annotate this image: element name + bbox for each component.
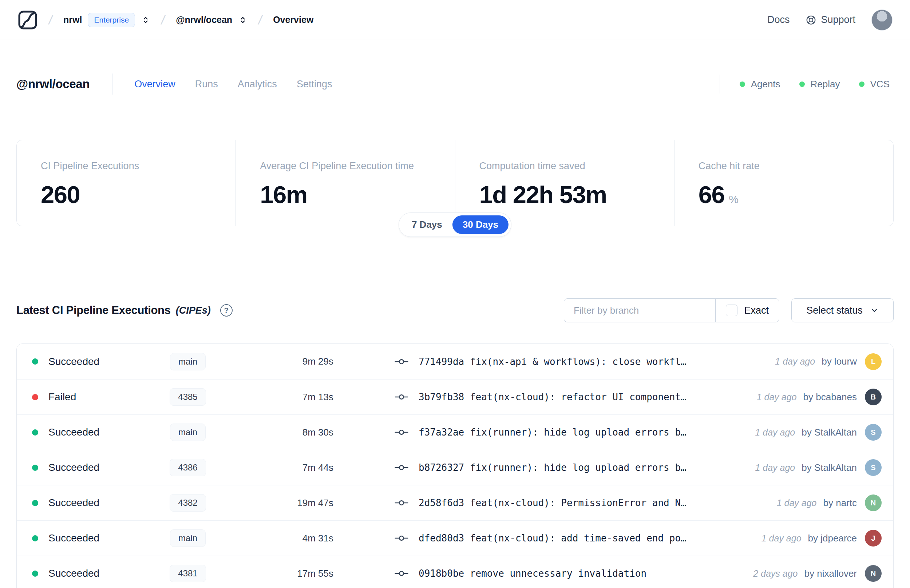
section-title: Latest CI Pipeline Executions <box>16 304 171 317</box>
stats-section: CI Pipeline Executions 260 Average CI Pi… <box>16 140 894 226</box>
nx-cloud-logo-icon[interactable] <box>18 10 38 30</box>
stat-suffix: % <box>729 193 739 205</box>
help-icon[interactable]: ? <box>220 304 233 317</box>
branch-badge[interactable]: main <box>170 530 206 547</box>
table-row[interactable]: Succeeded 4381 17m 55s 0918b0be remove u… <box>17 556 893 588</box>
author: by nixallover <box>804 568 857 579</box>
duration: 17m 55s <box>239 568 333 579</box>
status-dot-icon <box>32 394 38 400</box>
select-status-button[interactable]: Select status <box>791 298 894 322</box>
time-ago: 1 day ago <box>761 533 802 544</box>
breadcrumb-separator: / <box>160 12 166 27</box>
table-row[interactable]: Succeeded main 9m 29s 771499da fix(nx-ap… <box>17 344 893 379</box>
support-link[interactable]: Support <box>805 14 855 26</box>
time-ago: 1 day ago <box>777 498 817 508</box>
status-dot-icon <box>32 465 38 471</box>
commit-message[interactable]: dfed80d3 feat(nx-cloud): add time-saved … <box>419 533 687 544</box>
status-dot-icon <box>32 535 38 541</box>
branch-badge[interactable]: 4382 <box>170 494 206 512</box>
table-row[interactable]: Failed 4385 7m 13s 3b79fb38 feat(nx-clou… <box>17 379 893 414</box>
status-dot-icon <box>859 81 865 87</box>
status-dot-icon <box>32 500 38 506</box>
tab-settings[interactable]: Settings <box>297 79 332 90</box>
branch-cell: main <box>137 423 239 441</box>
workspace-switcher-icon[interactable] <box>238 15 247 25</box>
status-dot-icon <box>799 81 805 87</box>
range-7-days[interactable]: 7 Days <box>401 215 453 234</box>
breadcrumb: / nrwl Enterprise / @nrwl/ocean / Overvi… <box>18 10 314 30</box>
commit-message[interactable]: 2d58f6d3 feat(nx-cloud): PermissionError… <box>419 498 687 508</box>
support-label: Support <box>821 14 855 26</box>
branch-cell: main <box>137 353 239 370</box>
tab-runs[interactable]: Runs <box>195 79 218 90</box>
org-switcher-icon[interactable] <box>141 15 150 25</box>
branch-filter-group: Exact <box>564 298 779 322</box>
commit-message[interactable]: 0918b0be remove unnecessary invalidation <box>419 568 647 579</box>
branch-filter-input[interactable] <box>564 299 715 322</box>
table-row[interactable]: Succeeded 4386 7m 44s b8726327 fix(runne… <box>17 450 893 485</box>
meta-cell: 1 day ago by lourw L <box>775 353 893 370</box>
branch-cell: 4386 <box>137 459 239 476</box>
status-dot-icon <box>32 430 38 436</box>
branch-badge[interactable]: main <box>170 423 206 441</box>
status-label: Failed <box>48 391 76 403</box>
service-agents: Agents <box>740 79 781 90</box>
navbar-actions: Docs Support <box>767 10 892 31</box>
table-row[interactable]: Succeeded main 8m 30s f37a32ae fix(runne… <box>17 414 893 450</box>
branch-badge[interactable]: main <box>170 353 206 370</box>
date-range-toggle: 7 Days 30 Days <box>399 213 511 237</box>
cipe-table: Succeeded main 9m 29s 771499da fix(nx-ap… <box>16 344 894 588</box>
author: by nartc <box>823 498 857 509</box>
table-row[interactable]: Succeeded main 4m 31s dfed80d3 feat(nx-c… <box>17 520 893 556</box>
commit-cell: f37a32ae fix(runner): hide log upload er… <box>394 427 755 438</box>
breadcrumb-org[interactable]: nrwl Enterprise <box>63 13 150 27</box>
user-avatar[interactable] <box>871 10 892 31</box>
stat-value: 16m <box>260 181 307 208</box>
author: by jdpearce <box>808 533 857 544</box>
status-dot-icon <box>32 359 38 365</box>
git-commit-icon <box>394 356 409 367</box>
service-label: VCS <box>870 79 890 90</box>
exact-label: Exact <box>744 305 769 316</box>
stat-card-executions: CI Pipeline Executions 260 <box>17 140 236 226</box>
breadcrumb-separator: / <box>47 12 53 27</box>
breadcrumb-workspace[interactable]: @nrwl/ocean <box>176 15 247 25</box>
tab-overview[interactable]: Overview <box>134 79 175 90</box>
branch-cell: 4385 <box>137 388 239 406</box>
org-name[interactable]: nrwl <box>63 15 82 25</box>
branch-badge[interactable]: 4386 <box>170 459 206 476</box>
table-row[interactable]: Succeeded 4382 19m 47s 2d58f6d3 feat(nx-… <box>17 485 893 520</box>
status-label: Succeeded <box>48 568 99 579</box>
commit-cell: b8726327 fix(runner): hide log upload er… <box>394 462 755 473</box>
time-ago: 1 day ago <box>775 356 815 367</box>
commit-message[interactable]: f37a32ae fix(runner): hide log upload er… <box>419 427 687 438</box>
stat-value: 260 <box>41 181 80 208</box>
status-dot-icon <box>32 570 38 577</box>
author: by bcabanes <box>803 391 857 403</box>
branch-badge[interactable]: 4381 <box>170 565 206 582</box>
commit-message[interactable]: 3b79fb38 feat(nx-cloud): refactor UI com… <box>419 391 687 402</box>
commit-message[interactable]: 771499da fix(nx-api & workflows): close … <box>419 356 687 367</box>
commit-message[interactable]: b8726327 fix(runner): hide log upload er… <box>419 462 687 473</box>
stat-label: Cache hit rate <box>698 160 869 172</box>
status-cell: Succeeded <box>17 497 137 509</box>
exact-checkbox[interactable] <box>726 305 737 316</box>
duration: 19m 47s <box>239 498 333 509</box>
meta-cell: 1 day ago by nartc N <box>777 494 893 511</box>
commit-cell: 0918b0be remove unnecessary invalidation <box>394 568 753 579</box>
duration: 8m 30s <box>239 427 333 438</box>
docs-link[interactable]: Docs <box>767 14 790 26</box>
tab-analytics[interactable]: Analytics <box>238 79 277 90</box>
branch-badge[interactable]: 4385 <box>170 388 206 406</box>
git-commit-icon <box>394 533 409 544</box>
service-status-list: Agents Replay VCS <box>740 79 890 90</box>
duration: 7m 44s <box>239 462 333 473</box>
lifebuoy-icon <box>805 15 816 26</box>
author-avatar: N <box>865 494 882 511</box>
stat-value: 1d 22h 53m <box>479 181 607 208</box>
range-30-days[interactable]: 30 Days <box>453 215 509 234</box>
workspace-name[interactable]: @nrwl/ocean <box>176 15 232 25</box>
git-commit-icon <box>394 568 409 579</box>
author-avatar: L <box>865 353 882 370</box>
duration: 9m 29s <box>239 356 333 367</box>
